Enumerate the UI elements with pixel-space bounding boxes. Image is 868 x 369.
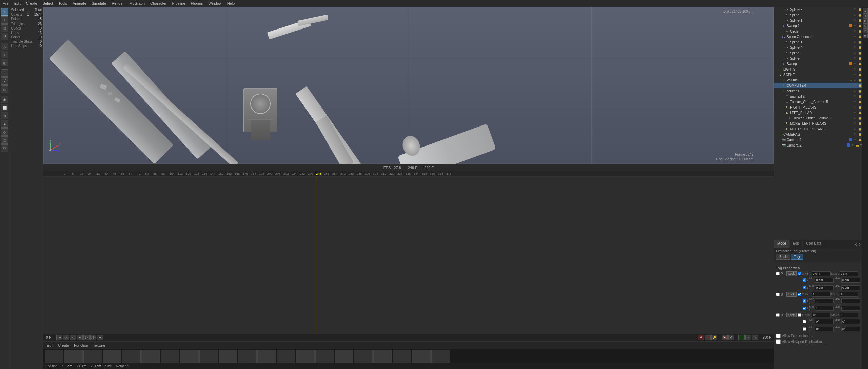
viewport-area[interactable]: Dist : 21463.109 cm X Y Z bbox=[43, 7, 774, 369]
play-fwd-end-btn[interactable]: ⏭ bbox=[97, 335, 103, 340]
volume-lock[interactable]: 🔒 bbox=[858, 78, 862, 82]
bottom-texture[interactable]: Texture bbox=[92, 343, 106, 347]
mute-btn[interactable]: 🔇 bbox=[722, 335, 728, 340]
tree-spline[interactable]: 〜 Spline 👁 🔒 bbox=[774, 12, 862, 18]
s-lock-btn[interactable]: Lock bbox=[786, 292, 797, 297]
p-row-cb[interactable] bbox=[776, 272, 780, 275]
menu-file[interactable]: File bbox=[3, 1, 9, 5]
menu-window[interactable]: Window bbox=[209, 1, 222, 5]
r-icon-2[interactable]: ◀ bbox=[863, 13, 868, 18]
spline2-eye[interactable]: 👁 bbox=[853, 7, 857, 12]
tree-mid-right[interactable]: L MID_RIGHT_PILLARS 👁 🔒 bbox=[774, 126, 862, 132]
tree-left-pillar[interactable]: L LEFT_PILLAR 👁 🔒 bbox=[774, 110, 862, 115]
scene-eye[interactable]: 👁 bbox=[853, 73, 857, 77]
menu-tools[interactable]: Tools bbox=[58, 1, 67, 5]
tree-sweep1[interactable]: S Sweep.1 👁 🔒 bbox=[774, 23, 862, 28]
sweep-lock[interactable]: 🔒 bbox=[858, 62, 862, 66]
tree-sweep[interactable]: S Sweep 👁 🔒 bbox=[774, 61, 862, 66]
tool-model[interactable]: △ bbox=[1, 43, 8, 50]
tool-scale[interactable]: ⊡ bbox=[1, 24, 8, 32]
tool-texture[interactable]: ◫ bbox=[1, 59, 8, 66]
play-stop-btn[interactable]: ■ bbox=[77, 335, 83, 340]
tree-main-pillar[interactable]: □ main pillar 👁 🔒 bbox=[774, 94, 862, 99]
menu-render[interactable]: Render bbox=[112, 1, 124, 5]
cameras-eye[interactable]: 👁 bbox=[853, 132, 857, 136]
s-max-x[interactable] bbox=[840, 292, 858, 297]
tool-polygons[interactable]: ▭ bbox=[1, 85, 8, 93]
tree-spline1b[interactable]: 〜 Spline.1 👁 🔒 bbox=[774, 39, 862, 45]
spline1-lock[interactable]: 🔒 bbox=[858, 18, 862, 22]
sc-lock[interactable]: 🔒 bbox=[858, 35, 862, 39]
tab-mode[interactable]: Mode bbox=[774, 240, 790, 248]
mp-lock[interactable]: 🔒 bbox=[858, 94, 862, 98]
tree-volume[interactable]: ? Volume ? 👁 🔒 bbox=[774, 77, 862, 83]
tree-right-pillars[interactable]: L RIGHT_PILLARS 👁 🔒 bbox=[774, 104, 862, 110]
mr-lock[interactable]: 🔒 bbox=[858, 127, 862, 131]
arrow-left-icon[interactable]: ‹ bbox=[855, 240, 857, 248]
sweep1-eye[interactable]: 👁 bbox=[853, 24, 857, 28]
spb-lock[interactable]: 🔒 bbox=[858, 56, 862, 60]
spline2-lock[interactable]: 🔒 bbox=[858, 7, 862, 12]
r-max-b[interactable] bbox=[841, 327, 860, 331]
menu-mograph[interactable]: MoGraph bbox=[129, 1, 145, 5]
s-row-cb[interactable] bbox=[776, 293, 780, 296]
arrow-right-icon[interactable]: › bbox=[859, 240, 861, 248]
allow-expressions-cb[interactable] bbox=[776, 334, 781, 338]
computer-lock[interactable]: 🔒 bbox=[858, 83, 862, 88]
cam2-eye[interactable]: 👁 bbox=[851, 143, 855, 147]
ml-lock[interactable]: 🔒 bbox=[858, 121, 862, 125]
t5-eye[interactable]: 👁 bbox=[853, 100, 857, 104]
menu-animate[interactable]: Animate bbox=[73, 1, 86, 5]
menu-create[interactable]: Create bbox=[26, 1, 37, 5]
tool-move[interactable]: ✛ bbox=[1, 16, 8, 24]
spline-lock[interactable]: 🔒 bbox=[858, 13, 862, 17]
t5-lock[interactable]: 🔒 bbox=[858, 100, 862, 104]
sc-eye[interactable]: 👁 bbox=[853, 35, 857, 39]
lp-eye[interactable]: 👁 bbox=[853, 111, 857, 115]
tool-points[interactable]: · bbox=[1, 69, 8, 77]
tree-spline2[interactable]: 〜 Spline.2 👁 🔒 bbox=[774, 7, 862, 12]
s-max-y[interactable] bbox=[841, 298, 860, 303]
mp-eye[interactable]: 👁 bbox=[853, 94, 857, 98]
computer-eye[interactable]: 👁 bbox=[853, 83, 857, 88]
r-p-cb[interactable] bbox=[803, 320, 806, 323]
tool-misc4[interactable]: ⧉ bbox=[1, 144, 8, 152]
menu-plugins[interactable]: Plugins bbox=[191, 1, 203, 5]
bottom-edit[interactable]: Edit bbox=[45, 343, 55, 347]
rp-lock[interactable]: 🔒 bbox=[858, 105, 862, 109]
tree-scene[interactable]: L SCENE 👁 🔒 bbox=[774, 72, 862, 77]
spb-eye[interactable]: 👁 bbox=[853, 56, 857, 60]
settings-btn[interactable]: ⚙ bbox=[728, 335, 734, 340]
circle-lock[interactable]: 🔒 bbox=[858, 29, 862, 33]
lights-lock[interactable]: 🔒 bbox=[858, 67, 862, 71]
r-h-cb[interactable] bbox=[798, 313, 801, 317]
s-x-cb[interactable] bbox=[798, 293, 801, 296]
tool-object[interactable]: ○ bbox=[1, 51, 8, 58]
basic-tab[interactable]: Basic bbox=[776, 254, 790, 260]
tool-misc1[interactable]: ◈ bbox=[1, 120, 8, 128]
viewport-canvas[interactable]: Dist : 21463.109 cm X Y Z bbox=[43, 7, 774, 164]
record-btn[interactable]: ⏺ bbox=[698, 335, 704, 340]
p-x-cb[interactable] bbox=[798, 272, 801, 275]
r-min-b[interactable] bbox=[815, 327, 834, 331]
lp-lock[interactable]: 🔒 bbox=[858, 111, 862, 115]
tree-spline3[interactable]: 〜 Spline.3 👁 🔒 bbox=[774, 50, 862, 56]
play-back-btn[interactable]: ◁◁ bbox=[63, 335, 69, 340]
allow-viewport-cb[interactable] bbox=[776, 339, 781, 344]
tab-edit[interactable]: Edit bbox=[790, 240, 803, 248]
cam1-lock[interactable]: 🔒 bbox=[858, 138, 862, 142]
cam2-lock[interactable]: 🔒 bbox=[855, 143, 860, 147]
curve-btn[interactable]: ∿ bbox=[752, 335, 758, 340]
rp-eye[interactable]: 👁 bbox=[853, 105, 857, 109]
play-back-start-btn[interactable]: ⏮ bbox=[56, 335, 62, 340]
p-min-y[interactable] bbox=[815, 278, 834, 283]
mr-eye[interactable]: 👁 bbox=[853, 127, 857, 131]
play-back-step-btn[interactable]: ◁ bbox=[70, 335, 76, 340]
scene-tree[interactable]: 〜 Spline.2 👁 🔒 〜 Spline 👁 🔒 bbox=[774, 7, 862, 240]
columns-eye[interactable]: 👁 bbox=[853, 89, 857, 93]
p-lock-btn[interactable]: Lock bbox=[786, 271, 797, 276]
ml-eye[interactable]: 👁 bbox=[853, 121, 857, 125]
s-max-z[interactable] bbox=[841, 306, 860, 311]
timeline-view-btn[interactable]: ≡ bbox=[745, 335, 751, 340]
p-min-x[interactable] bbox=[812, 271, 831, 276]
